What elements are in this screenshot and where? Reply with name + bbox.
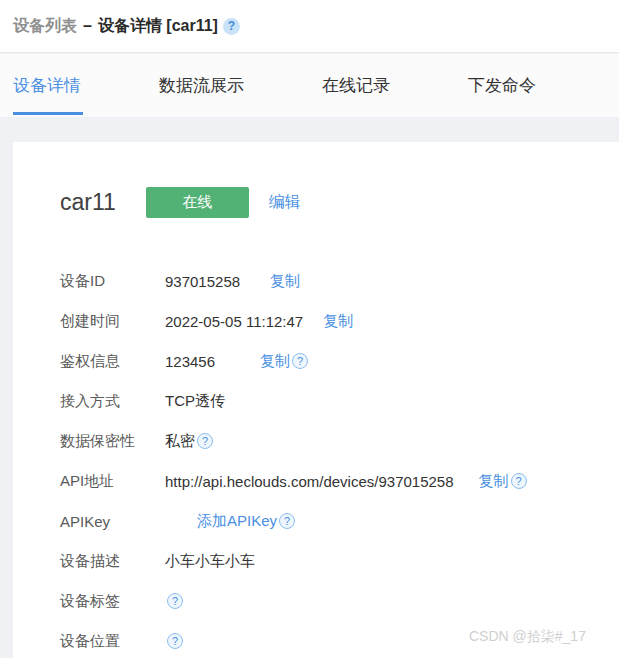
row-created-time: 创建时间 2022-05-05 11:12:47 复制 bbox=[13, 301, 619, 341]
field-label: APIKey bbox=[60, 513, 165, 530]
help-icon[interactable]: ? bbox=[223, 18, 240, 35]
row-api-key: APIKey 添加APIKey ? bbox=[13, 501, 619, 541]
field-label: 设备描述 bbox=[60, 552, 165, 571]
copy-device-id-button[interactable]: 复制 bbox=[270, 272, 300, 291]
created-time-value: 2022-05-05 11:12:47 bbox=[165, 313, 303, 330]
breadcrumb-separator: – bbox=[83, 17, 92, 35]
help-icon[interactable]: ? bbox=[167, 593, 183, 609]
device-name: car11 bbox=[60, 189, 116, 216]
tab-send-command[interactable]: 下发命令 bbox=[468, 54, 536, 117]
row-api-url: API地址 http://api.heclouds.com/devices/93… bbox=[13, 461, 619, 501]
row-data-privacy: 数据保密性 私密 ? bbox=[13, 421, 619, 461]
field-label: API地址 bbox=[60, 472, 165, 491]
field-label: 创建时间 bbox=[60, 312, 165, 331]
field-label: 鉴权信息 bbox=[60, 352, 165, 371]
auth-info-value: 123456 bbox=[165, 353, 215, 370]
help-icon[interactable]: ? bbox=[511, 473, 527, 489]
help-icon[interactable]: ? bbox=[279, 513, 295, 529]
row-device-id: 设备ID 937015258 复制 bbox=[13, 261, 619, 301]
breadcrumb-bar: 设备列表 – 设备详情 [car11] ? bbox=[0, 0, 619, 53]
tab-bar: 设备详情 数据流展示 在线记录 下发命令 bbox=[0, 54, 619, 117]
device-title-row: car11 在线 编辑 bbox=[13, 142, 619, 218]
access-mode-value: TCP透传 bbox=[165, 392, 225, 411]
help-icon[interactable]: ? bbox=[292, 353, 308, 369]
help-icon[interactable]: ? bbox=[197, 433, 213, 449]
field-label: 设备位置 bbox=[60, 632, 165, 651]
device-id-value: 937015258 bbox=[165, 273, 240, 290]
add-apikey-button[interactable]: 添加APIKey bbox=[197, 512, 277, 531]
tab-datastream[interactable]: 数据流展示 bbox=[159, 54, 244, 117]
copy-auth-info-button[interactable]: 复制 bbox=[260, 352, 290, 371]
tab-device-detail[interactable]: 设备详情 bbox=[13, 54, 81, 117]
copy-created-time-button[interactable]: 复制 bbox=[323, 312, 353, 331]
row-access-mode: 接入方式 TCP透传 bbox=[13, 381, 619, 421]
field-label: 设备标签 bbox=[60, 592, 165, 611]
row-device-location: 设备位置 ? bbox=[13, 621, 619, 658]
device-detail-card: car11 在线 编辑 设备ID 937015258 复制 创建时间 2022-… bbox=[13, 142, 619, 658]
breadcrumb-parent[interactable]: 设备列表 bbox=[13, 16, 77, 37]
edit-button[interactable]: 编辑 bbox=[269, 192, 301, 213]
row-device-description: 设备描述 小车小车小车 bbox=[13, 541, 619, 581]
row-auth-info: 鉴权信息 123456 复制 ? bbox=[13, 341, 619, 381]
status-badge: 在线 bbox=[146, 187, 249, 218]
device-description-value: 小车小车小车 bbox=[165, 552, 255, 571]
field-label: 设备ID bbox=[60, 272, 165, 291]
field-label: 数据保密性 bbox=[60, 432, 165, 451]
copy-api-url-button[interactable]: 复制 bbox=[479, 472, 509, 491]
data-privacy-value: 私密 bbox=[165, 432, 195, 451]
help-icon[interactable]: ? bbox=[167, 633, 183, 649]
page-title: 设备详情 [car11] bbox=[98, 16, 218, 37]
api-url-value: http://api.heclouds.com/devices/93701525… bbox=[165, 473, 454, 490]
field-label: 接入方式 bbox=[60, 392, 165, 411]
row-device-tags: 设备标签 ? bbox=[13, 581, 619, 621]
tab-online-record[interactable]: 在线记录 bbox=[322, 54, 390, 117]
device-info-list: 设备ID 937015258 复制 创建时间 2022-05-05 11:12:… bbox=[13, 261, 619, 658]
